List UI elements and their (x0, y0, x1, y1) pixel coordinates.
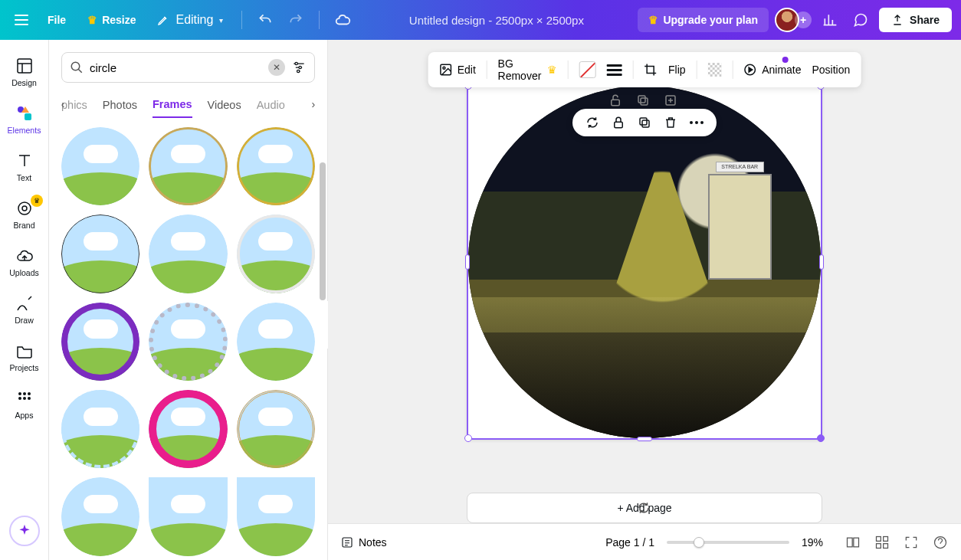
lock-icon (612, 116, 625, 129)
sync-icon (585, 116, 599, 129)
transparency-button[interactable] (707, 63, 721, 77)
more-button[interactable] (689, 115, 704, 130)
sync-button[interactable] (585, 115, 600, 130)
crown-badge-icon: ♛ (31, 195, 43, 207)
frame-result[interactable] (237, 127, 315, 205)
animate-button[interactable]: Animate (743, 63, 801, 77)
add-page-bar[interactable]: + Add page (467, 493, 822, 523)
canvas-area: Edit BG Remover ♛ Flip Animate Position (328, 40, 961, 560)
resize-handle-l[interactable] (465, 254, 470, 270)
menu-button[interactable] (9, 8, 34, 32)
notes-button[interactable]: Notes (340, 535, 387, 549)
rail-design[interactable]: Design (3, 51, 46, 93)
clear-search-button[interactable]: ✕ (268, 59, 285, 76)
design-title[interactable]: Untitled design - 2500px × 2500px (361, 14, 631, 27)
tab-frames[interactable]: Frames (153, 92, 192, 118)
tab-photos[interactable]: Photos (103, 93, 137, 117)
page-actions (608, 93, 677, 107)
thumbnail-view-button[interactable] (874, 534, 890, 551)
resize-handle-br[interactable] (817, 434, 825, 442)
lock-button[interactable] (611, 115, 626, 130)
rail-label: Brand (13, 221, 34, 230)
duplicate-page-button[interactable] (636, 93, 650, 107)
resize-handle-bl[interactable] (464, 434, 472, 442)
tab-audio[interactable]: Audio (257, 93, 285, 117)
grid-view-button[interactable] (845, 534, 861, 551)
edit-image-button[interactable]: Edit (439, 63, 476, 77)
tabs-scroll-right[interactable]: › (304, 95, 323, 113)
undo-button[interactable] (253, 8, 277, 32)
filter-icon[interactable] (291, 60, 307, 75)
separator (241, 11, 242, 29)
unlock-page-button[interactable] (608, 93, 622, 107)
frame-result[interactable] (61, 390, 139, 468)
comment-button[interactable] (848, 8, 873, 32)
frame-result[interactable] (237, 390, 315, 468)
redo-button[interactable] (284, 8, 308, 32)
frame-result[interactable] (237, 215, 315, 293)
border-style-button[interactable] (606, 64, 622, 76)
rail-brand[interactable]: ♛ Brand (3, 193, 46, 236)
position-button[interactable]: Position (812, 64, 851, 76)
resize-handle-r[interactable] (819, 254, 824, 270)
design-page[interactable]: STRELKA BAR (467, 84, 822, 440)
add-page-button[interactable] (664, 93, 677, 107)
frame-result[interactable] (149, 127, 227, 205)
editing-mode-dropdown[interactable]: Editing ▾ (149, 8, 231, 31)
grid-icon (874, 535, 890, 550)
svg-point-5 (18, 392, 21, 395)
frame-result[interactable] (149, 215, 227, 293)
results-area (49, 118, 327, 560)
scrollbar[interactable] (320, 162, 326, 484)
frame-result[interactable] (61, 215, 139, 293)
cloud-sync-button[interactable] (330, 8, 355, 32)
rail-text[interactable]: Text (3, 146, 46, 188)
color-button[interactable] (579, 61, 595, 78)
resize-button[interactable]: ♛ Resize (80, 9, 143, 31)
bg-remover-button[interactable]: BG Remover ♛ (498, 57, 557, 82)
svg-rect-3 (18, 202, 31, 215)
frame-result[interactable] (61, 127, 139, 205)
rail-elements[interactable]: Elements (3, 98, 46, 141)
delete-button[interactable] (663, 115, 678, 130)
svg-point-4 (22, 206, 27, 211)
flip-button[interactable]: Flip (668, 64, 686, 76)
tab-videos[interactable]: Videos (208, 93, 241, 117)
crop-button[interactable] (644, 63, 658, 77)
context-toolbar: Edit BG Remover ♛ Flip Animate Position (428, 52, 861, 87)
svg-point-16 (443, 67, 445, 69)
frame-result[interactable] (149, 390, 227, 468)
file-menu[interactable]: File (40, 9, 74, 31)
page-indicator[interactable]: Page 1 / 1 (605, 536, 654, 549)
zoom-slider-thumb[interactable] (694, 537, 704, 548)
rail-apps[interactable]: Apps (3, 383, 46, 426)
insights-button[interactable] (818, 8, 842, 32)
frame-result[interactable] (237, 477, 315, 555)
scroll-thumb[interactable] (320, 162, 326, 300)
zoom-slider[interactable] (667, 541, 789, 544)
frame-result[interactable] (149, 303, 227, 381)
frame-result[interactable] (149, 477, 227, 555)
resize-handle-b[interactable] (637, 437, 652, 441)
rail-draw[interactable]: Draw (3, 288, 46, 331)
svg-point-13 (299, 66, 301, 68)
frame-result[interactable] (61, 477, 139, 555)
rail-uploads[interactable]: Uploads (3, 241, 46, 283)
share-button[interactable]: Share (879, 8, 952, 32)
tab-graphics[interactable]: phics (61, 93, 87, 117)
rail-projects[interactable]: Projects (3, 336, 46, 378)
crown-icon: ♛ (648, 14, 658, 26)
svg-rect-22 (641, 98, 648, 105)
shapes-icon (15, 104, 34, 123)
upgrade-button[interactable]: ♛ Upgrade your plan (638, 8, 769, 32)
copy-button[interactable] (637, 115, 652, 130)
add-collaborator-button[interactable]: + (795, 11, 812, 28)
zoom-value[interactable]: 19% (802, 536, 832, 549)
fullscreen-button[interactable] (903, 534, 920, 551)
help-button[interactable] (932, 534, 949, 551)
magic-button[interactable] (9, 516, 40, 546)
share-icon (891, 14, 904, 26)
frame-result[interactable] (237, 303, 315, 381)
search-input[interactable] (90, 61, 262, 74)
frame-result[interactable] (61, 303, 139, 381)
